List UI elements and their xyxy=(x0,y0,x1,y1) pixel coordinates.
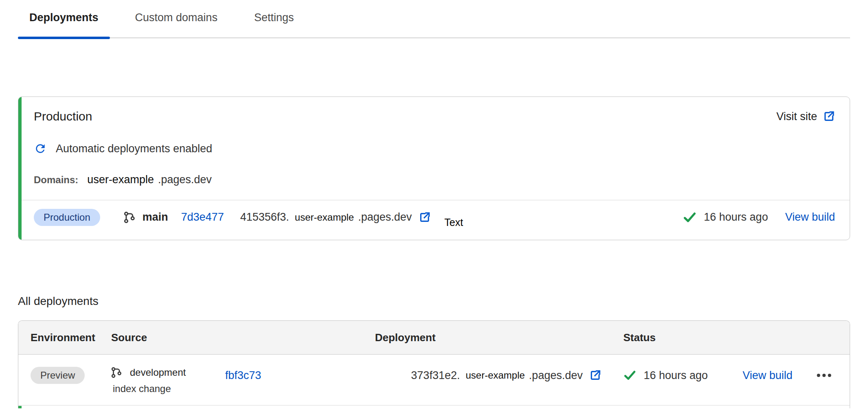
domains-line: Domains: user-example .pages.dev xyxy=(34,173,835,186)
external-link-icon[interactable] xyxy=(589,369,601,381)
deployment-url-suffix: .pages.dev xyxy=(529,369,583,382)
visit-site-label: Visit site xyxy=(776,110,817,123)
environment-badge: Preview xyxy=(31,367,85,384)
tab-custom-domains[interactable]: Custom domains xyxy=(124,10,229,37)
deployment-url-domain: user-example xyxy=(466,370,525,381)
commit-link[interactable]: 7d3e477 xyxy=(181,211,224,224)
auto-deployments-status: Automatic deployments enabled xyxy=(34,141,835,156)
next-row-accent-bar xyxy=(18,406,22,408)
external-link-icon xyxy=(823,110,835,123)
all-deployments-heading: All deployments xyxy=(18,294,850,309)
more-actions-button[interactable] xyxy=(816,367,850,384)
column-header-environment: Environment xyxy=(18,331,111,344)
row-note-text: Text xyxy=(445,217,463,228)
environment-cell: Preview xyxy=(18,367,111,394)
production-accent-bar xyxy=(18,97,22,240)
git-branch-icon xyxy=(124,211,136,224)
tab-settings[interactable]: Settings xyxy=(243,10,305,37)
commit-message: index change xyxy=(113,383,375,394)
domain-name: user-example xyxy=(87,173,154,186)
status-cell: 16 hours ago xyxy=(623,367,743,384)
view-build-link[interactable]: View build xyxy=(785,211,835,224)
tab-deployments[interactable]: Deployments xyxy=(18,10,110,37)
production-card-body: Production Visit site xyxy=(22,108,850,234)
branch-name: development xyxy=(130,367,186,378)
deployment-time: 16 hours ago xyxy=(704,211,768,224)
commit-link[interactable]: fbf3c73 xyxy=(225,369,261,382)
deployment-url-suffix: .pages.dev xyxy=(358,211,412,224)
external-link-icon[interactable] xyxy=(419,211,431,224)
tab-bar: Deployments Custom domains Settings xyxy=(18,0,850,38)
next-row-partial xyxy=(18,405,850,408)
branch-name: main xyxy=(142,211,168,224)
git-branch-icon xyxy=(111,367,123,378)
deployment-time: 16 hours ago xyxy=(644,369,708,382)
deployments-table: Environment Source Deployment Status Pre… xyxy=(18,320,850,408)
column-header-deployment: Deployment xyxy=(375,331,623,344)
deployment-cell: fbf3c73 373f31e2. user-example .pages.de… xyxy=(375,367,623,384)
deployment-url-prefix: 415356f3. xyxy=(240,211,289,224)
success-check-icon xyxy=(683,210,697,224)
view-build-link[interactable]: View build xyxy=(743,369,793,382)
column-header-source: Source xyxy=(111,331,375,344)
production-title: Production xyxy=(34,108,92,125)
visit-site-button[interactable]: Visit site xyxy=(776,110,835,123)
table-header-row: Environment Source Deployment Status xyxy=(18,321,850,355)
domain-suffix: .pages.dev xyxy=(158,173,212,186)
ellipsis-icon xyxy=(816,367,832,384)
production-card: Production Visit site xyxy=(18,96,850,240)
environment-badge: Production xyxy=(34,209,100,226)
pages-project-deployments-page: Deployments Custom domains Settings Prod… xyxy=(0,0,868,412)
refresh-icon xyxy=(34,142,47,155)
deployment-url-prefix: 373f31e2. xyxy=(411,369,460,382)
table-row: Preview development index c xyxy=(18,355,850,405)
deployment-url-domain: user-example xyxy=(295,212,354,223)
production-deployment-row: Production main 7d3e477 415356f3. user-e… xyxy=(18,200,850,234)
column-header-status: Status xyxy=(623,331,743,344)
view-build-cell: View build xyxy=(743,367,816,384)
production-card-header: Production Visit site xyxy=(34,108,835,125)
domains-label: Domains: xyxy=(34,174,78,186)
success-check-icon xyxy=(623,369,636,382)
auto-deployments-text: Automatic deployments enabled xyxy=(56,141,212,156)
